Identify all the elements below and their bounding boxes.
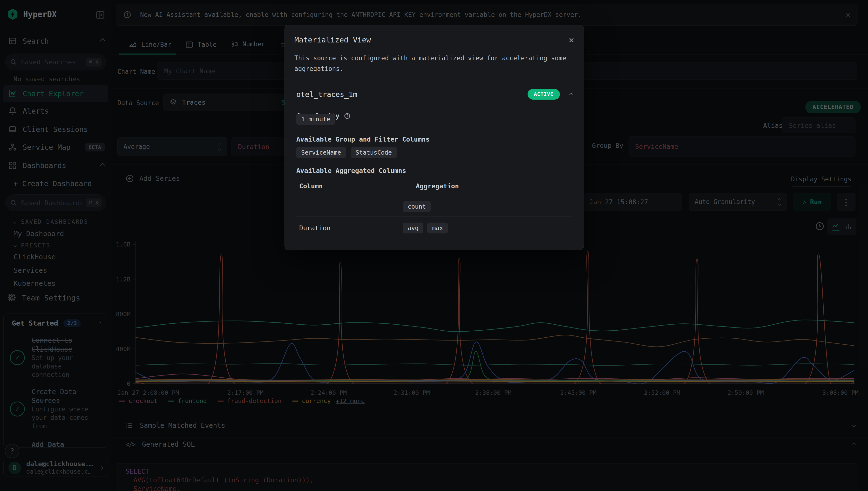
hyperdx-app: HyperDX Search ⌘ K No saved searches: [0, 0, 868, 491]
column-chip: ServiceName: [296, 147, 346, 158]
aggregated-columns-label: Available Aggregated Columns: [296, 167, 406, 174]
cell-column: Duration: [299, 224, 403, 232]
table-header: Aggregation: [416, 182, 459, 190]
chevron-up-icon: [569, 92, 573, 96]
modal-description: This source is configured with a materia…: [294, 53, 574, 74]
table-header: Column: [299, 182, 323, 190]
aggregation-chip: max: [427, 223, 448, 233]
modal-title: Materialized View: [294, 35, 371, 44]
view-name: otel_traces_1m: [296, 90, 357, 98]
modal-close-icon[interactable]: ✕: [569, 35, 574, 45]
aggregation-chip: count: [403, 201, 430, 212]
group-filter-columns-label: Available Group and Filter Columns: [296, 136, 430, 143]
aggregated-columns-table: Column Aggregation count Duration avg ma…: [296, 182, 572, 239]
modal-footer-divider: [292, 242, 577, 243]
table-row: Duration avg max: [296, 217, 572, 239]
column-chip: StatusCode: [351, 147, 397, 158]
granularity-chip: 1 minute: [296, 114, 335, 125]
view-accordion-header[interactable]: otel_traces_1m ACTIVE: [296, 89, 572, 99]
active-status-badge: ACTIVE: [528, 89, 560, 99]
materialized-view-modal: Materialized View ✕ This source is confi…: [285, 25, 584, 250]
info-icon[interactable]: [344, 113, 351, 119]
table-row: count: [296, 196, 572, 216]
aggregation-chip: avg: [403, 223, 423, 233]
